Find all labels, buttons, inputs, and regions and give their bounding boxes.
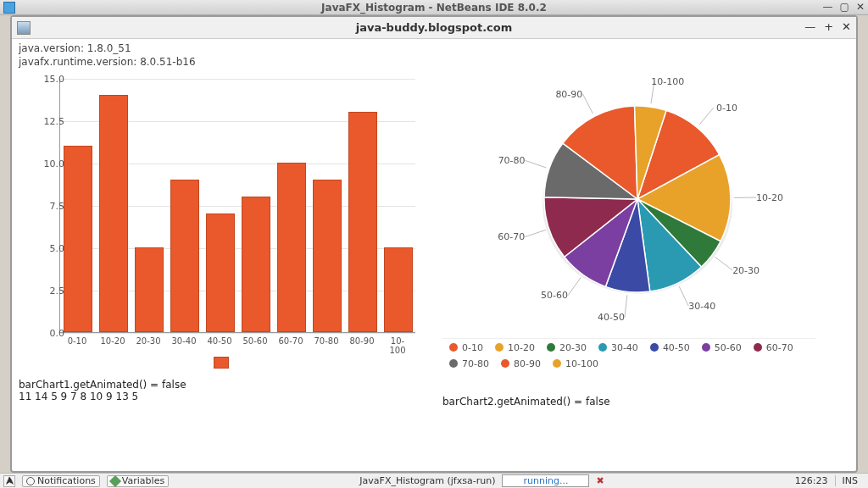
bar-xtick: 50-60 bbox=[242, 336, 267, 346]
bar-0-10 bbox=[64, 146, 92, 332]
legend-swatch bbox=[754, 343, 762, 352]
pie-label: 20-30 bbox=[732, 264, 760, 275]
task-name: JavaFX_Histogram (jfxsa-run) bbox=[359, 475, 495, 486]
bar-caption: barChart1.getAnimated() = false bbox=[19, 379, 426, 391]
pie-legend-item: 60-70 bbox=[754, 342, 793, 353]
pie-legend-item: 80-90 bbox=[501, 358, 541, 369]
netbeans-icon bbox=[3, 2, 15, 14]
legend-swatch bbox=[449, 359, 458, 368]
legend-swatch bbox=[547, 343, 555, 352]
bar-ytick: 7.5 bbox=[31, 200, 64, 211]
bar-chart: 0.02.55.07.510.012.515.00-1010-2020-3030… bbox=[19, 72, 426, 377]
bar-xtick: 10-20 bbox=[100, 336, 125, 346]
pie-legend-item: 10-20 bbox=[495, 342, 535, 353]
legend-label: 70-80 bbox=[462, 358, 489, 369]
expand-button[interactable]: ⮝ bbox=[3, 475, 15, 487]
bar-10-100 bbox=[384, 247, 413, 332]
pie-chart-panel: 0-1010-2020-3030-4040-5050-6060-7070-808… bbox=[442, 72, 849, 408]
legend-label: 0-10 bbox=[462, 342, 483, 353]
pie-chart: 0-1010-2020-3030-4040-5050-6060-7070-808… bbox=[442, 72, 832, 394]
diamond-icon bbox=[109, 474, 121, 486]
legend-swatch bbox=[598, 343, 607, 352]
minimize-icon[interactable]: — bbox=[823, 1, 833, 13]
info-icon bbox=[26, 477, 35, 485]
bar-20-30 bbox=[135, 247, 164, 332]
legend-swatch bbox=[702, 343, 710, 352]
variables-label: Variables bbox=[122, 475, 164, 486]
pie-label: 70-80 bbox=[498, 155, 526, 166]
javafx-version-text: javafx.runtime.version: 8.0.51-b16 bbox=[19, 56, 849, 68]
status-bar: ⮝ Notifications Variables JavaFX_Histogr… bbox=[0, 473, 868, 488]
pie-legend-item: 0-10 bbox=[449, 342, 483, 353]
bar-30-40 bbox=[170, 180, 199, 332]
legend-swatch bbox=[553, 359, 561, 368]
svg-line-1 bbox=[699, 108, 714, 125]
stop-icon[interactable]: ✖ bbox=[596, 475, 604, 486]
pie-label: 30-40 bbox=[688, 301, 715, 312]
bar-chart-panel: 0.02.55.07.510.012.515.00-1010-2020-3030… bbox=[19, 72, 426, 402]
svg-line-7 bbox=[525, 230, 546, 236]
bar-xtick: 40-50 bbox=[207, 336, 231, 346]
pie-label: 50-60 bbox=[541, 290, 568, 301]
svg-line-5 bbox=[625, 295, 627, 317]
variables-button[interactable]: Variables bbox=[107, 475, 169, 487]
pie-legend-item: 20-30 bbox=[547, 342, 587, 353]
legend-swatch bbox=[650, 343, 659, 352]
cursor-position: 126:23 bbox=[795, 475, 828, 486]
bar-ytick: 2.5 bbox=[31, 285, 64, 296]
bar-70-80 bbox=[313, 180, 342, 332]
svg-line-4 bbox=[679, 286, 688, 306]
close-icon[interactable]: ✕ bbox=[842, 20, 851, 33]
pie-label: 60-70 bbox=[498, 231, 525, 242]
content-area: java.version: 1.8.0_51 javafx.runtime.ve… bbox=[12, 39, 856, 471]
bar-xtick: 0-10 bbox=[68, 336, 87, 346]
svg-line-6 bbox=[568, 277, 581, 295]
bar-xtick: 30-40 bbox=[171, 336, 196, 346]
bar-ytick: 0.0 bbox=[31, 327, 64, 338]
bar-ytick: 15.0 bbox=[31, 73, 64, 84]
bar-xtick: 20-30 bbox=[136, 336, 160, 346]
bar-40-50 bbox=[206, 214, 235, 332]
minimize-icon[interactable]: — bbox=[804, 20, 815, 33]
running-status[interactable]: running... bbox=[502, 474, 589, 487]
pie-legend-item: 30-40 bbox=[598, 342, 638, 353]
maximize-icon[interactable]: + bbox=[824, 20, 833, 33]
legend-label: 10-100 bbox=[565, 358, 598, 369]
pie-caption: barChart2.getAnimated() = false bbox=[442, 396, 849, 408]
bar-legend-swatch bbox=[214, 357, 229, 369]
outer-window-titlebar: JavaFX_Histogram - NetBeans IDE 8.0.2 — … bbox=[0, 0, 868, 15]
pie-legend-item: 40-50 bbox=[650, 342, 690, 353]
svg-line-9 bbox=[582, 94, 593, 114]
bar-ytick: 10.0 bbox=[31, 158, 64, 169]
notifications-label: Notifications bbox=[37, 475, 96, 486]
notifications-button[interactable]: Notifications bbox=[22, 475, 100, 487]
pie-label: 40-50 bbox=[598, 311, 625, 322]
pie-label: 80-90 bbox=[555, 88, 582, 99]
inner-window-title: java-buddy.blogspot.com bbox=[356, 21, 513, 34]
bar-50-60 bbox=[242, 197, 270, 332]
pie-legend: 0-1010-2020-3030-4040-5050-6060-7070-808… bbox=[442, 338, 815, 373]
bar-values-line: 11 14 5 9 7 8 10 9 13 5 bbox=[19, 391, 426, 402]
legend-label: 80-90 bbox=[514, 358, 541, 369]
insert-mode[interactable]: INS bbox=[835, 475, 865, 486]
inner-window-titlebar: java-buddy.blogspot.com — + ✕ bbox=[12, 17, 856, 39]
bar-xtick: 80-90 bbox=[349, 336, 374, 346]
pie-svg bbox=[442, 72, 832, 335]
bar-ytick: 12.5 bbox=[31, 115, 64, 126]
legend-label: 40-50 bbox=[663, 342, 690, 353]
close-icon[interactable]: ✕ bbox=[856, 1, 865, 13]
app-icon bbox=[17, 21, 31, 35]
bar-80-90 bbox=[348, 112, 377, 332]
legend-label: 30-40 bbox=[611, 342, 638, 353]
maximize-icon[interactable]: ▢ bbox=[840, 1, 849, 13]
java-version-text: java.version: 1.8.0_51 bbox=[19, 42, 849, 54]
legend-label: 20-30 bbox=[559, 342, 587, 353]
pie-legend-item: 70-80 bbox=[449, 358, 489, 369]
outer-window-title: JavaFX_Histogram - NetBeans IDE 8.0.2 bbox=[321, 2, 547, 14]
pie-label: 0-10 bbox=[716, 103, 737, 114]
legend-swatch bbox=[501, 359, 509, 368]
pie-legend-item: 10-100 bbox=[553, 358, 598, 369]
legend-swatch bbox=[495, 343, 504, 352]
svg-line-8 bbox=[526, 160, 547, 167]
pie-label: 10-20 bbox=[756, 191, 783, 202]
